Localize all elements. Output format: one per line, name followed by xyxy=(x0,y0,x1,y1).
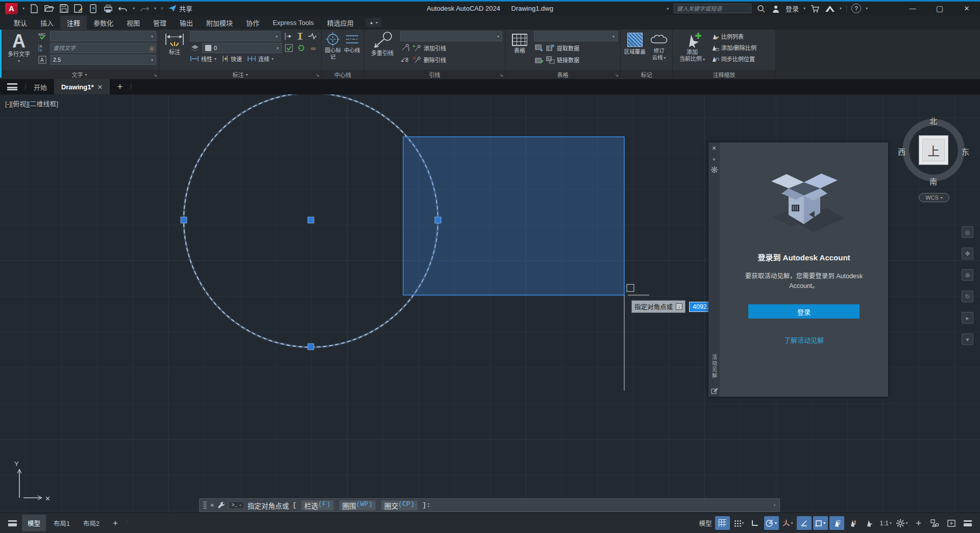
ortho-toggle[interactable] xyxy=(748,516,763,530)
file-tab-drawing1[interactable]: Drawing1* ✕ xyxy=(54,79,110,94)
viewcube-north[interactable]: 北 xyxy=(929,115,937,126)
drawing-canvas[interactable]: [-][俯视][二维线框] xyxy=(0,94,980,513)
leader-align-icon[interactable] xyxy=(400,43,410,53)
center-mark-button[interactable]: 圆心标记 xyxy=(324,31,342,70)
viewcube-east[interactable]: 东 xyxy=(962,146,969,157)
customization-menu-button[interactable] xyxy=(960,516,975,530)
annoscale-panel-title[interactable]: 注释缩放 xyxy=(673,70,775,79)
command-option-fence[interactable]: 栏选(F) xyxy=(301,500,333,511)
share-button[interactable]: 共享 xyxy=(168,4,192,13)
leader-panel-title[interactable]: 引线 xyxy=(364,70,505,79)
find-magnifier-icon[interactable]: Ⓐ xyxy=(149,44,155,53)
centerline-button[interactable]: 中心线 xyxy=(343,31,361,70)
markup-panel-title[interactable]: 标记 xyxy=(621,70,672,79)
scale-list-button[interactable]: 比例列表 xyxy=(712,32,773,40)
layout-tab-layout1[interactable]: 布局1 xyxy=(48,515,76,531)
find-text-input[interactable] xyxy=(50,43,156,53)
add-current-scale-button[interactable]: 添加 当前比例 ▾ xyxy=(675,31,709,70)
dim-chain-icon[interactable]: ∞ xyxy=(308,43,318,53)
plot-icon[interactable] xyxy=(103,4,113,14)
dim-update-icon[interactable] xyxy=(296,43,306,53)
tab-view[interactable]: 视图 xyxy=(120,15,146,30)
quick-dim-button[interactable]: 快速 xyxy=(222,55,242,63)
signin-caret-icon[interactable]: ▾ xyxy=(803,6,805,11)
panel-close-icon[interactable]: ✕ xyxy=(712,145,716,152)
text-height-dropdown[interactable]: 2.5▾ xyxy=(50,55,156,65)
panel-settings-gear-icon[interactable] xyxy=(711,166,718,173)
annotation-autoscale-toggle[interactable] xyxy=(846,516,861,530)
maximize-button[interactable]: ▢ xyxy=(928,2,951,15)
panel-autohide-icon[interactable]: « xyxy=(713,156,716,162)
remove-leader-button[interactable]: ✕ 删除引线 xyxy=(412,56,446,64)
annotation-scale-value[interactable]: 1:1▾ xyxy=(878,516,893,530)
table-panel-launcher-icon[interactable]: ↘ xyxy=(615,72,619,78)
snap-toggle[interactable]: ▾ xyxy=(731,516,746,530)
search-collapse-icon[interactable]: ▸ xyxy=(667,6,669,11)
viewcube-south[interactable]: 南 xyxy=(929,176,937,186)
mtext-button[interactable]: A 多行文字 ▾ xyxy=(3,31,35,70)
dim-panel-launcher-icon[interactable]: ↘ xyxy=(315,72,320,78)
multileader-style-dropdown[interactable]: ▾ xyxy=(400,31,502,41)
dim-inspect-icon[interactable] xyxy=(284,43,294,53)
text-style-dropdown[interactable]: ▾ xyxy=(50,31,156,41)
nav-wheel-icon[interactable]: ◎ xyxy=(962,226,973,238)
dim-jog-line-icon[interactable] xyxy=(307,31,317,41)
cart-icon[interactable] xyxy=(810,4,820,14)
tab-parametric[interactable]: 参数化 xyxy=(87,15,120,30)
clean-screen-button[interactable] xyxy=(944,516,959,530)
search-input[interactable] xyxy=(674,4,751,13)
save-to-mobile-icon[interactable] xyxy=(88,4,99,14)
save-as-icon[interactable] xyxy=(74,4,84,14)
command-line-wrench-icon[interactable] xyxy=(217,501,225,509)
nav-pan-icon[interactable]: ✥ xyxy=(962,248,973,259)
add-leader-button[interactable]: + 添加引线 xyxy=(412,44,446,52)
undo-icon[interactable] xyxy=(118,4,128,14)
add-delete-scales-button[interactable]: 添加/删除比例 xyxy=(712,43,773,52)
crosshair-size-button[interactable]: + xyxy=(911,516,926,530)
extract-data-button[interactable]: 提取数据 xyxy=(546,44,579,52)
nav-zoom-icon[interactable]: ⊕ xyxy=(962,269,973,281)
object-snap-toggle[interactable]: ▾ xyxy=(813,516,828,530)
minimize-button[interactable]: — xyxy=(901,2,924,15)
link-data-button[interactable]: 链接数据 xyxy=(546,56,579,64)
tab-output[interactable]: 输出 xyxy=(173,15,200,30)
annotation-scale-icon[interactable] xyxy=(862,516,877,530)
layout-tab-model[interactable]: 模型 xyxy=(22,515,46,531)
viewcube[interactable]: 北 西 东 南 上 WCS▾ xyxy=(902,118,965,200)
file-tab-menu-button[interactable] xyxy=(0,79,24,94)
help-caret-icon[interactable]: ▾ xyxy=(866,6,868,11)
tab-featured-apps[interactable]: 精选应用 xyxy=(321,15,360,30)
annotation-visibility-toggle[interactable] xyxy=(829,516,844,530)
revcloud-button[interactable]: 修订 云线 ▾ xyxy=(648,31,670,70)
panel-feedback-icon[interactable] xyxy=(711,387,718,394)
isolate-objects-button[interactable] xyxy=(927,516,942,530)
tab-manage[interactable]: 管理 xyxy=(146,15,173,30)
layout-tab-layout2[interactable]: 布局2 xyxy=(78,515,105,531)
tab-default[interactable]: 默认 xyxy=(7,15,34,30)
tab-addins[interactable]: 附加模块 xyxy=(200,15,239,30)
isodraft-toggle[interactable]: ▾ xyxy=(780,516,795,530)
tab-insert[interactable]: 插入 xyxy=(34,15,60,30)
command-line[interactable]: ✕ >_▾ 指定对角点或 [ 栏选(F) 圈围(WP) 圈交(CP) ]: ▾ xyxy=(199,498,780,512)
autodesk-logo-icon[interactable] xyxy=(825,4,835,14)
table-panel-title[interactable]: 表格 xyxy=(505,70,620,79)
nav-orbit-icon[interactable]: ↻ xyxy=(962,290,973,302)
continue-dim-button[interactable]: 连续▾ xyxy=(247,55,274,63)
table-button[interactable]: 表格 xyxy=(508,31,531,70)
table-upload-icon[interactable] xyxy=(534,55,544,65)
wipeout-button[interactable]: 区域覆盖 xyxy=(623,31,646,70)
table-export-icon[interactable] xyxy=(534,43,544,53)
customize-qat-caret-icon[interactable]: ▿ xyxy=(161,6,163,11)
nav-more-icon[interactable]: ▾ xyxy=(962,333,973,345)
linear-dim-button[interactable]: 线性▾ xyxy=(190,55,216,63)
new-drawing-tab-button[interactable]: + xyxy=(110,79,130,94)
viewcube-west[interactable]: 西 xyxy=(898,146,905,157)
table-style-dropdown[interactable]: ▾ xyxy=(534,31,618,41)
ribbon-collapse-button[interactable]: ▲ ▾ xyxy=(365,18,382,27)
command-line-close-icon[interactable]: ✕ xyxy=(210,501,214,509)
tab-collaborate[interactable]: 协作 xyxy=(239,15,266,30)
tab-annotate[interactable]: 注释 xyxy=(60,15,87,30)
search-icon[interactable] xyxy=(756,4,766,14)
centerline-panel-title[interactable]: 中心线 xyxy=(322,70,364,79)
close-button[interactable]: ✕ xyxy=(955,2,978,15)
